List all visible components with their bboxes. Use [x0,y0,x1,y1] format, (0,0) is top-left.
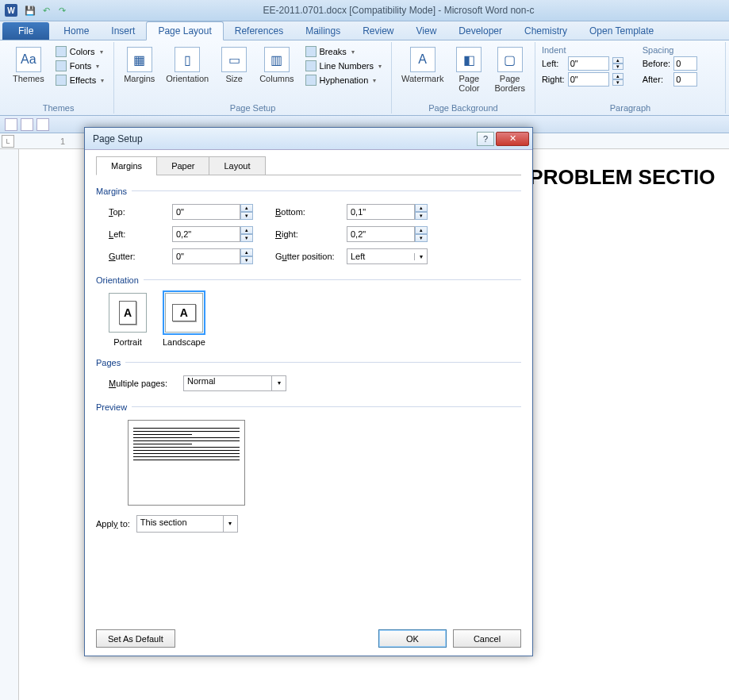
chevron-down-icon: ▾ [378,63,382,70]
toolbar-icon-1[interactable] [5,118,17,131]
hyphenation-button[interactable]: Hyphenation▾ [302,74,385,87]
quick-access-toolbar: 💾 ↶ ↷ [24,4,68,17]
bottom-spinner[interactable]: ▴▾ [415,204,428,220]
cancel-button[interactable]: Cancel [453,629,521,648]
tab-home[interactable]: Home [52,22,100,40]
tab-open-template[interactable]: Open Template [578,22,665,40]
indent-left-label: Left: [542,59,565,68]
portrait-option[interactable]: A Portrait [109,293,147,347]
dlg-tab-margins[interactable]: Margins [96,156,157,175]
multiple-pages-label: Multiple pages: [109,379,167,388]
left-spinner[interactable]: ▴▾ [240,226,253,242]
size-button[interactable]: ▭Size [217,45,251,85]
apply-to-select[interactable]: This section▾ [136,515,238,533]
columns-button[interactable]: ▥Columns [256,45,297,85]
indent-header: Indent [542,45,623,55]
ok-button[interactable]: OK [378,629,447,648]
gutter-input[interactable] [172,248,240,264]
tab-view[interactable]: View [405,22,448,40]
size-label: Size [225,74,242,83]
tab-references[interactable]: References [224,22,294,40]
watermark-button[interactable]: AWatermark [398,45,447,85]
landscape-option[interactable]: A Landscape [163,293,205,347]
fonts-label: Fonts [70,61,92,71]
dlg-tab-paper[interactable]: Paper [156,156,209,175]
qat-redo-icon[interactable]: ↷ [56,4,68,17]
qat-undo-icon[interactable]: ↶ [40,4,52,17]
indent-right-input[interactable] [568,72,609,87]
vertical-ruler[interactable] [0,149,19,700]
gutter-spinner[interactable]: ▴▾ [240,248,253,264]
right-input[interactable] [347,226,415,242]
apply-to-value: This section [137,516,223,532]
chevron-down-icon: ▾ [100,48,103,56]
page-color-label: Page Color [459,74,479,93]
tab-insert[interactable]: Insert [100,22,146,40]
themes-icon: Aa [16,47,41,72]
chevron-down-icon: ▾ [223,516,237,532]
help-button[interactable]: ? [477,132,494,146]
tab-mailings[interactable]: Mailings [294,22,351,40]
group-label-themes: Themes [3,103,113,113]
gutter-position-value: Left [347,252,414,261]
colors-button[interactable]: Colors▾ [52,45,107,58]
dialog-buttons: Set As Default OK Cancel [96,629,521,648]
dialog-titlebar[interactable]: Page Setup ? ✕ [85,128,532,150]
chevron-down-icon: ▾ [351,48,355,56]
gutter-position-select[interactable]: Left▾ [347,248,428,264]
themes-button[interactable]: Aa Themes [10,45,48,85]
bottom-input[interactable] [347,204,415,220]
page-color-button[interactable]: ◧Page Color [451,45,486,94]
indent-right-label: Right: [542,75,565,84]
effects-label: Effects [70,75,96,85]
indent-right-spinner[interactable]: ▴▾ [612,73,623,86]
group-themes: Aa Themes Colors▾ Fonts▾ Effects▾ Themes [3,42,114,113]
spacing-after-input[interactable] [673,72,697,87]
preview-image [128,420,245,506]
section-pages: Pages Multiple pages: Normal▾ [96,355,521,391]
margins-button[interactable]: ▦Margins [121,45,158,85]
spacing-before-label: Before: [643,59,670,68]
spacing-before-input[interactable] [673,56,697,71]
orientation-button[interactable]: ▯Orientation [163,45,212,85]
size-icon: ▭ [221,47,247,72]
page-borders-label: Page Borders [494,74,525,93]
right-label: Right: [275,229,347,239]
close-button[interactable]: ✕ [496,132,529,146]
bottom-label: Bottom: [275,207,347,217]
toolbar-icon-2[interactable] [21,118,33,131]
page-color-icon: ◧ [456,47,482,72]
tab-developer[interactable]: Developer [447,22,513,40]
effects-button[interactable]: Effects▾ [52,74,107,87]
indent-left-input[interactable] [568,56,609,71]
multiple-pages-select[interactable]: Normal▾ [183,375,286,391]
section-margins: Margins TTop:op: ▴▾ Bottom: ▴▾ Left: ▴▾ … [96,183,521,264]
group-label-page-setup: Page Setup [114,103,391,113]
group-page-setup: ▦Margins ▯Orientation ▭Size ▥Columns Bre… [114,42,392,113]
toolbar-icon-3[interactable] [36,118,49,131]
tab-review[interactable]: Review [351,22,405,40]
file-tab[interactable]: File [2,22,49,40]
multiple-pages-value: Normal [184,376,271,390]
top-spinner[interactable]: ▴▾ [240,204,253,220]
gutter-label: Gutter: [109,252,172,261]
breaks-icon [305,46,317,57]
right-spinner[interactable]: ▴▾ [415,226,428,242]
indent-left-spinner[interactable]: ▴▾ [612,57,623,70]
page-borders-icon: ▢ [497,47,523,72]
colors-icon [56,46,67,57]
orientation-section-label: Orientation [96,275,139,285]
top-input[interactable] [172,204,240,220]
tab-page-layout[interactable]: Page Layout [146,21,223,40]
breaks-button[interactable]: Breaks▾ [302,45,385,58]
ruler-corner[interactable]: L [2,135,14,148]
qat-save-icon[interactable]: 💾 [24,4,36,17]
left-input[interactable] [172,226,240,242]
fonts-button[interactable]: Fonts▾ [52,60,107,72]
page-borders-button[interactable]: ▢Page Borders [491,45,528,94]
set-default-button[interactable]: Set As Default [96,629,175,648]
apply-to-label: Apply to: [96,519,130,529]
tab-chemistry[interactable]: Chemistry [513,22,578,40]
line-numbers-button[interactable]: Line Numbers▾ [302,60,385,72]
dlg-tab-layout[interactable]: Layout [209,156,265,175]
